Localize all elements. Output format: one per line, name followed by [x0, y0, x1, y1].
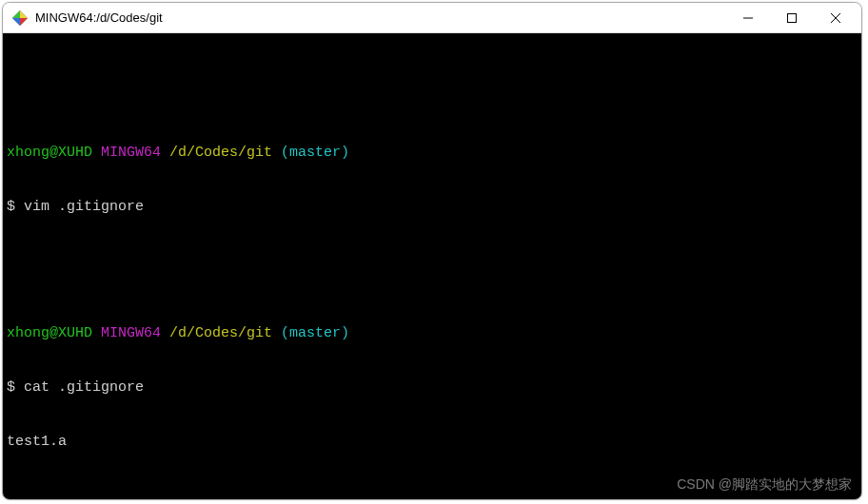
- titlebar: MINGW64:/d/Codes/git: [3, 3, 861, 33]
- prompt-userhost: xhong@XUHD: [7, 145, 92, 161]
- empty-line: [7, 71, 858, 89]
- svg-marker-2: [20, 18, 28, 26]
- prompt-branch: (master): [272, 325, 349, 341]
- terminal-viewport[interactable]: xhong@XUHD MINGW64 /d/Codes/git (master)…: [3, 33, 861, 499]
- empty-line: [7, 487, 858, 499]
- prompt-sys: MINGW64: [92, 325, 169, 341]
- minimize-button[interactable]: [726, 3, 770, 33]
- maximize-button[interactable]: [770, 3, 814, 33]
- terminal-window: MINGW64:/d/Codes/git xhong@XUHD MINGW64 …: [2, 2, 862, 500]
- prompt-branch: (master): [272, 145, 349, 161]
- empty-line: [7, 252, 858, 270]
- app-icon: [12, 10, 28, 26]
- output-line: test1.a: [7, 433, 858, 451]
- prompt-sys: MINGW64: [92, 145, 169, 161]
- svg-rect-6: [788, 13, 797, 22]
- prompt-line: xhong@XUHD MINGW64 /d/Codes/git (master): [7, 324, 858, 342]
- window-title: MINGW64:/d/Codes/git: [35, 10, 163, 25]
- prompt-line: xhong@XUHD MINGW64 /d/Codes/git (master): [7, 144, 858, 162]
- prompt-path: /d/Codes/git: [169, 145, 272, 161]
- close-button[interactable]: [814, 3, 858, 33]
- command-line: $ cat .gitignore: [7, 378, 858, 397]
- command-line: $ vim .gitignore: [7, 198, 858, 216]
- prompt-userhost: xhong@XUHD: [7, 325, 92, 341]
- prompt-path: /d/Codes/git: [169, 325, 272, 341]
